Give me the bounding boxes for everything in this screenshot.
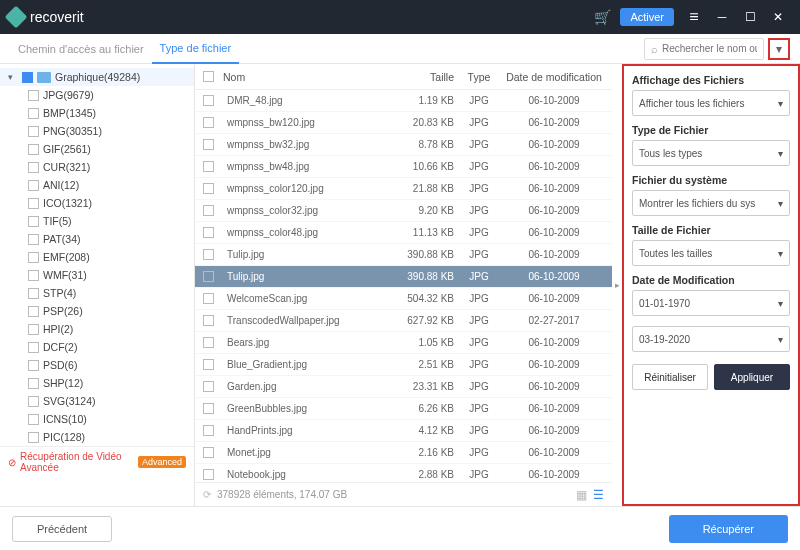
checkbox[interactable]: [203, 447, 214, 458]
panel-collapse-handle[interactable]: ▸: [612, 64, 622, 506]
sidebar-item[interactable]: SVG(3124): [0, 392, 194, 410]
checkbox[interactable]: [28, 288, 39, 299]
sidebar-item[interactable]: SHP(12): [0, 374, 194, 392]
table-row[interactable]: GreenBubbles.jpg6.26 KBJPG06-10-2009: [195, 398, 612, 420]
sidebar-item[interactable]: ICNS(10): [0, 410, 194, 428]
table-row[interactable]: Bears.jpg1.05 KBJPG06-10-2009: [195, 332, 612, 354]
checkbox[interactable]: [203, 139, 214, 150]
sidebar-item[interactable]: PAT(34): [0, 230, 194, 248]
col-date[interactable]: Date de modification: [504, 71, 604, 83]
table-row[interactable]: Tulip.jpg390.88 KBJPG06-10-2009: [195, 244, 612, 266]
filter-system-select[interactable]: Montrer les fichiers du sys▾: [632, 190, 790, 216]
sidebar-item[interactable]: PSD(6): [0, 356, 194, 374]
checkbox[interactable]: [203, 315, 214, 326]
table-row[interactable]: wmpnss_color32.jpg9.20 KBJPG06-10-2009: [195, 200, 612, 222]
checkbox[interactable]: [203, 403, 214, 414]
checkbox[interactable]: [203, 425, 214, 436]
sidebar-item[interactable]: HPI(2): [0, 320, 194, 338]
advanced-video-recovery[interactable]: ⊘ Récupération de Vidéo Avancée Advanced: [0, 446, 194, 477]
checkbox[interactable]: [28, 360, 39, 371]
tab-filetype[interactable]: Type de fichier: [152, 34, 240, 64]
table-row[interactable]: wmpnss_bw32.jpg8.78 KBJPG06-10-2009: [195, 134, 612, 156]
checkbox[interactable]: [28, 306, 39, 317]
checkbox[interactable]: [203, 469, 214, 480]
checkbox[interactable]: [28, 108, 39, 119]
tab-path[interactable]: Chemin d'accès au fichier: [10, 34, 152, 64]
table-row[interactable]: TranscodedWallpaper.jpg627.92 KBJPG02-27…: [195, 310, 612, 332]
sidebar-item[interactable]: CUR(321): [0, 158, 194, 176]
sidebar-item[interactable]: PNG(30351): [0, 122, 194, 140]
checkbox[interactable]: [28, 162, 39, 173]
checkbox[interactable]: [28, 414, 39, 425]
search-input[interactable]: ⌕: [644, 38, 764, 60]
tree-root-graphique[interactable]: ▾ Graphique(49284): [0, 68, 194, 86]
checkbox[interactable]: [203, 205, 214, 216]
filter-type-select[interactable]: Tous les types▾: [632, 140, 790, 166]
checkbox[interactable]: [28, 432, 39, 443]
checkbox[interactable]: [28, 378, 39, 389]
checkbox[interactable]: [203, 359, 214, 370]
filter-display-select[interactable]: Afficher tous les fichiers▾: [632, 90, 790, 116]
refresh-icon[interactable]: ⟳: [203, 489, 211, 500]
sidebar-item[interactable]: PIC(128): [0, 428, 194, 446]
select-all-checkbox[interactable]: [203, 71, 214, 82]
checkbox[interactable]: [203, 183, 214, 194]
col-size[interactable]: Taille: [384, 71, 454, 83]
sidebar-item[interactable]: WMF(31): [0, 266, 194, 284]
table-row[interactable]: DMR_48.jpg1.19 KBJPG06-10-2009: [195, 90, 612, 112]
checkbox[interactable]: [28, 396, 39, 407]
checkbox[interactable]: [28, 324, 39, 335]
close-button[interactable]: ✕: [764, 7, 792, 27]
sidebar-item[interactable]: EMF(208): [0, 248, 194, 266]
sidebar-item[interactable]: ICO(1321): [0, 194, 194, 212]
filter-size-select[interactable]: Toutes les tailles▾: [632, 240, 790, 266]
checkbox[interactable]: [203, 117, 214, 128]
checkbox[interactable]: [28, 144, 39, 155]
table-row[interactable]: wmpnss_bw120.jpg20.83 KBJPG06-10-2009: [195, 112, 612, 134]
sidebar-item[interactable]: ANI(12): [0, 176, 194, 194]
table-row[interactable]: WelcomeScan.jpg504.32 KBJPG06-10-2009: [195, 288, 612, 310]
menu-icon[interactable]: ≡: [680, 7, 708, 27]
maximize-button[interactable]: ☐: [736, 7, 764, 27]
table-body[interactable]: DMR_48.jpg1.19 KBJPG06-10-2009wmpnss_bw1…: [195, 90, 612, 482]
table-row[interactable]: wmpnss_color120.jpg21.88 KBJPG06-10-2009: [195, 178, 612, 200]
col-type[interactable]: Type: [454, 71, 504, 83]
minimize-button[interactable]: ─: [708, 7, 736, 27]
checkbox[interactable]: [203, 337, 214, 348]
sidebar-item[interactable]: BMP(1345): [0, 104, 194, 122]
table-row[interactable]: Garden.jpg23.31 KBJPG06-10-2009: [195, 376, 612, 398]
sidebar-item[interactable]: DCF(2): [0, 338, 194, 356]
grid-view-icon[interactable]: ▦: [576, 488, 587, 502]
sidebar-item[interactable]: JPG(9679): [0, 86, 194, 104]
search-field[interactable]: [662, 43, 757, 54]
checkbox[interactable]: [28, 252, 39, 263]
apply-button[interactable]: Appliquer: [714, 364, 790, 390]
table-row[interactable]: Blue_Gradient.jpg2.51 KBJPG06-10-2009: [195, 354, 612, 376]
checkbox[interactable]: [28, 216, 39, 227]
table-row[interactable]: wmpnss_color48.jpg11.13 KBJPG06-10-2009: [195, 222, 612, 244]
sidebar-item[interactable]: PSP(26): [0, 302, 194, 320]
table-row[interactable]: Notebook.jpg2.88 KBJPG06-10-2009: [195, 464, 612, 482]
checkbox[interactable]: [28, 270, 39, 281]
checkbox[interactable]: [22, 72, 33, 83]
chevron-down-icon[interactable]: ▾: [8, 72, 18, 82]
sidebar-item[interactable]: TIF(5): [0, 212, 194, 230]
table-row[interactable]: wmpnss_bw48.jpg10.66 KBJPG06-10-2009: [195, 156, 612, 178]
filter-date-from[interactable]: 01-01-1970▾: [632, 290, 790, 316]
checkbox[interactable]: [28, 180, 39, 191]
previous-button[interactable]: Précédent: [12, 516, 112, 542]
reset-button[interactable]: Réinitialiser: [632, 364, 708, 390]
activate-button[interactable]: Activer: [620, 8, 674, 26]
filter-toggle-button[interactable]: ▾: [768, 38, 790, 60]
table-row[interactable]: HandPrints.jpg4.12 KBJPG06-10-2009: [195, 420, 612, 442]
checkbox[interactable]: [28, 234, 39, 245]
checkbox[interactable]: [28, 90, 39, 101]
sidebar-item[interactable]: GIF(2561): [0, 140, 194, 158]
checkbox[interactable]: [203, 271, 214, 282]
filter-date-to[interactable]: 03-19-2020▾: [632, 326, 790, 352]
table-row[interactable]: Tulip.jpg390.88 KBJPG06-10-2009: [195, 266, 612, 288]
recover-button[interactable]: Récupérer: [669, 515, 788, 543]
table-row[interactable]: Monet.jpg2.16 KBJPG06-10-2009: [195, 442, 612, 464]
checkbox[interactable]: [28, 198, 39, 209]
list-view-icon[interactable]: ☰: [593, 488, 604, 502]
